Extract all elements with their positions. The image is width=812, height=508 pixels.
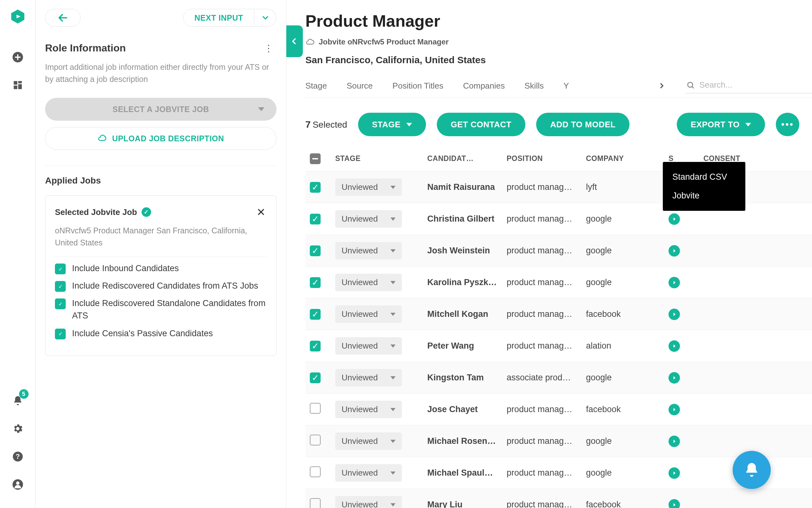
export-menu-item[interactable]: Standard CSV	[663, 168, 745, 186]
status-icon[interactable]	[669, 404, 680, 415]
add-icon[interactable]	[10, 49, 26, 65]
row-checkbox[interactable]	[310, 403, 321, 414]
stage-dropdown[interactable]: Unviewed	[335, 401, 402, 418]
logo-icon[interactable]	[10, 9, 26, 24]
candidate-name[interactable]: Christina Gilbert	[423, 203, 502, 235]
stage-dropdown[interactable]: Unviewed	[335, 178, 402, 196]
row-checkbox[interactable]: ✓	[310, 245, 321, 256]
stage-dropdown[interactable]: Unviewed	[335, 210, 402, 228]
select-all-checkbox[interactable]	[310, 153, 321, 164]
stage-dropdown[interactable]: Unviewed	[335, 369, 402, 386]
get-contact-button[interactable]: GET CONTACT	[437, 113, 525, 136]
jobvite-line: Jobvite oNRvcfw5 Product Manager	[319, 38, 449, 46]
back-button[interactable]	[45, 9, 81, 27]
dashboard-icon[interactable]	[10, 78, 26, 93]
stage-dropdown[interactable]: Unviewed	[335, 274, 402, 291]
row-checkbox[interactable]: ✓	[310, 182, 321, 193]
page-title: Product Manager	[305, 11, 812, 31]
status-icon[interactable]	[669, 245, 680, 257]
filter-tab[interactable]: Y	[563, 81, 569, 91]
export-to-button[interactable]: EXPORT TO	[677, 113, 765, 136]
row-checkbox[interactable]: ✓	[310, 372, 321, 383]
candidate-name[interactable]: Josh Weinstein	[423, 235, 502, 267]
stage-dropdown[interactable]: Unviewed	[335, 242, 402, 259]
filter-tab[interactable]: Source	[347, 81, 373, 91]
collapse-sidebar-button[interactable]	[286, 26, 303, 57]
candidate-name[interactable]: Mitchell Kogan	[423, 298, 502, 330]
candidate-company: facebook	[582, 394, 664, 425]
col-company: COMPANY	[582, 146, 664, 171]
candidate-position: product manag…	[502, 457, 582, 489]
filter-tab[interactable]: Companies	[463, 81, 505, 91]
candidate-name[interactable]: Peter Wang	[423, 330, 502, 362]
status-icon[interactable]	[669, 213, 680, 225]
row-checkbox[interactable]: ✓	[310, 277, 321, 288]
row-checkbox[interactable]	[310, 466, 321, 477]
filter-tab[interactable]: Stage	[305, 81, 327, 91]
select-jobvite-job-button[interactable]: SELECT A JOBVITE JOB	[45, 98, 276, 121]
candidate-name[interactable]: Namit Raisurana	[423, 171, 502, 203]
stage-button[interactable]: STAGE	[358, 113, 426, 136]
svg-point-10	[16, 481, 19, 485]
next-input-button[interactable]: NEXT INPUT	[183, 9, 254, 27]
row-checkbox[interactable]	[310, 498, 321, 508]
svg-rect-4	[18, 81, 21, 83]
search-input[interactable]	[699, 80, 811, 90]
filter-scroll-right-icon[interactable]	[651, 82, 672, 90]
status-icon[interactable]	[669, 340, 680, 352]
candidate-name[interactable]: Karolina Pyszkiew	[423, 267, 502, 298]
account-icon[interactable]	[10, 477, 26, 492]
stage-dropdown[interactable]: Unviewed	[335, 305, 402, 323]
candidate-position: product manag…	[502, 203, 582, 235]
row-checkbox[interactable]: ✓	[310, 341, 321, 351]
table-row: Unviewed Jose Chayet product manag… face…	[305, 394, 812, 425]
row-checkbox[interactable]	[310, 435, 321, 446]
card-option: ✓Include Rediscovered Standalone Candida…	[55, 297, 267, 322]
row-checkbox[interactable]: ✓	[310, 309, 321, 320]
candidate-position: product manag…	[502, 330, 582, 362]
checkbox-icon[interactable]: ✓	[55, 298, 66, 309]
candidate-name[interactable]: Kingston Tam	[423, 362, 502, 394]
candidate-name[interactable]: Michael Spaulding	[423, 457, 502, 489]
status-icon[interactable]	[669, 277, 680, 288]
help-icon[interactable]: ?	[10, 449, 26, 464]
stage-dropdown[interactable]: Unviewed	[335, 432, 402, 450]
candidate-name[interactable]: Michael Rosenfiel	[423, 425, 502, 457]
close-icon[interactable]: ✕	[255, 205, 267, 220]
checkbox-icon[interactable]: ✓	[55, 281, 66, 292]
status-icon[interactable]	[669, 436, 680, 447]
row-checkbox[interactable]: ✓	[310, 214, 321, 224]
status-icon[interactable]	[669, 467, 680, 479]
stage-dropdown[interactable]: Unviewed	[335, 464, 402, 482]
more-actions-button[interactable]: •••	[776, 113, 799, 136]
upload-label: UPLOAD JOB DESCRIPTION	[112, 134, 224, 143]
next-dropdown-button[interactable]	[254, 9, 276, 27]
col-stage: STAGE	[331, 146, 423, 171]
table-row: ✓ Unviewed Karolina Pyszkiew product man…	[305, 267, 812, 298]
candidate-company: google	[582, 425, 664, 457]
filter-tab[interactable]: Skills	[525, 81, 544, 91]
table-row: Unviewed Mary Liu product manag… faceboo…	[305, 489, 812, 508]
stage-dropdown[interactable]: Unviewed	[335, 496, 402, 508]
status-icon[interactable]	[669, 309, 680, 320]
location-line: San Francisco, California, United States	[305, 55, 812, 66]
status-icon[interactable]	[669, 372, 680, 384]
section-more-icon[interactable]: ⋮	[261, 39, 276, 57]
filter-tab[interactable]: Position Titles	[392, 81, 443, 91]
notifications-icon[interactable]: 5	[10, 393, 26, 408]
candidate-company: google	[582, 267, 664, 298]
candidate-name[interactable]: Jose Chayet	[423, 394, 502, 425]
settings-icon[interactable]	[10, 421, 26, 436]
export-menu-item[interactable]: Jobvite	[663, 186, 745, 205]
applied-jobs-title: Applied Jobs	[45, 176, 276, 186]
status-icon[interactable]	[669, 499, 680, 508]
add-to-model-button[interactable]: ADD TO MODEL	[536, 113, 629, 136]
checkbox-icon[interactable]: ✓	[55, 263, 66, 274]
candidate-name[interactable]: Mary Liu	[423, 489, 502, 508]
notification-fab[interactable]	[733, 451, 771, 489]
stage-dropdown[interactable]: Unviewed	[335, 337, 402, 355]
table-row: ✓ Unviewed Josh Weinstein product manag……	[305, 235, 812, 267]
search-icon	[686, 80, 695, 90]
upload-job-description-button[interactable]: UPLOAD JOB DESCRIPTION	[45, 127, 276, 150]
checkbox-icon[interactable]: ✓	[55, 329, 66, 339]
